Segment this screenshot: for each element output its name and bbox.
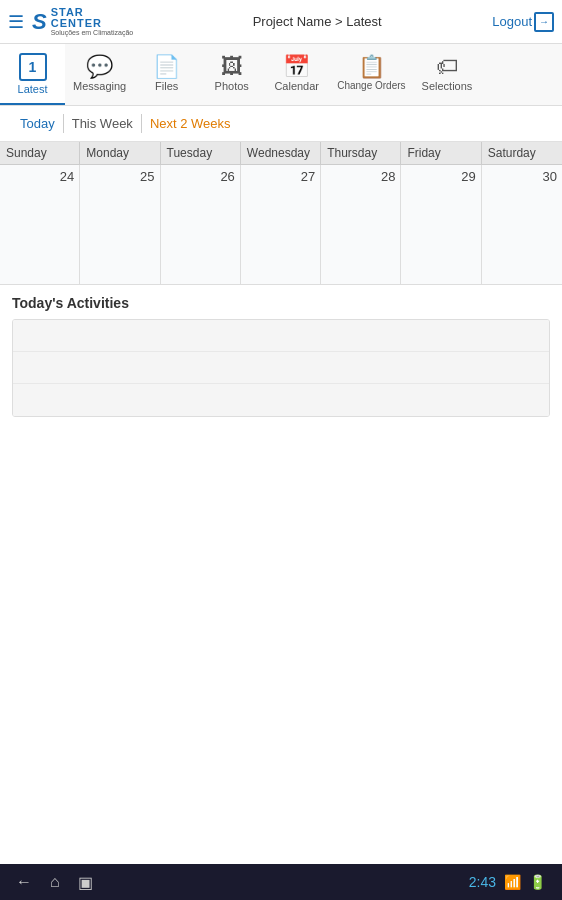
filter-this-week[interactable]: This Week xyxy=(64,114,142,133)
photos-icon: 🖼 xyxy=(221,56,243,78)
status-bar: ← ⌂ ▣ 2:43 📶 🔋 xyxy=(0,864,562,900)
cal-cell-26[interactable]: 26 xyxy=(161,165,241,285)
home-button[interactable]: ⌂ xyxy=(50,873,60,891)
tab-selections[interactable]: 🏷 Selections xyxy=(414,44,481,105)
status-bar-right: 2:43 📶 🔋 xyxy=(469,874,546,890)
day-30: 30 xyxy=(487,169,557,184)
status-bar-left: ← ⌂ ▣ xyxy=(16,873,93,892)
calendar-icon: 📅 xyxy=(283,56,310,78)
messaging-icon: 💬 xyxy=(86,56,113,78)
files-icon: 📄 xyxy=(153,56,180,78)
tab-change-orders[interactable]: 📋 Change Orders xyxy=(329,44,413,105)
filter-next-2-weeks[interactable]: Next 2 Weeks xyxy=(142,114,239,133)
header-saturday: Saturday xyxy=(482,142,562,164)
calendar-section: Sunday Monday Tuesday Wednesday Thursday… xyxy=(0,142,562,285)
header-wednesday: Wednesday xyxy=(241,142,321,164)
tab-latest[interactable]: 1 Latest xyxy=(0,44,65,105)
activity-row-3 xyxy=(13,384,549,416)
day-28: 28 xyxy=(326,169,395,184)
nav-tabs: 1 Latest 💬 Messaging 📄 Files 🖼 Photos 📅 … xyxy=(0,44,562,106)
hamburger-icon[interactable]: ☰ xyxy=(8,11,24,33)
activity-row-1 xyxy=(13,320,549,352)
header-thursday: Thursday xyxy=(321,142,401,164)
tab-calendar-label: Calendar xyxy=(274,80,319,92)
logo-center-text: CENTER xyxy=(51,18,133,29)
day-25: 25 xyxy=(85,169,154,184)
back-button[interactable]: ← xyxy=(16,873,32,891)
tab-photos[interactable]: 🖼 Photos xyxy=(199,44,264,105)
cal-cell-25[interactable]: 25 xyxy=(80,165,160,285)
battery-icon: 🔋 xyxy=(529,874,546,890)
tab-calendar[interactable]: 📅 Calendar xyxy=(264,44,329,105)
day-26: 26 xyxy=(166,169,235,184)
clock: 2:43 xyxy=(469,874,496,890)
tab-latest-label: Latest xyxy=(18,83,48,95)
recents-button[interactable]: ▣ xyxy=(78,873,93,892)
calendar-filter: Today This Week Next 2 Weeks xyxy=(0,106,562,142)
day-24: 24 xyxy=(5,169,74,184)
change-orders-icon: 📋 xyxy=(358,56,385,78)
wifi-icon: 📶 xyxy=(504,874,521,890)
header-sunday: Sunday xyxy=(0,142,80,164)
tab-messaging[interactable]: 💬 Messaging xyxy=(65,44,134,105)
activities-title: Today's Activities xyxy=(12,295,550,311)
top-bar: ☰ S STAR CENTER Soluções em Climatização… xyxy=(0,0,562,44)
tab-files[interactable]: 📄 Files xyxy=(134,44,199,105)
activities-section: Today's Activities xyxy=(0,285,562,427)
latest-icon: 1 xyxy=(19,53,47,81)
tab-messaging-label: Messaging xyxy=(73,80,126,92)
logo-s-letter: S xyxy=(32,11,47,33)
tab-selections-label: Selections xyxy=(422,80,473,92)
header-monday: Monday xyxy=(80,142,160,164)
selections-icon: 🏷 xyxy=(436,56,458,78)
day-27: 27 xyxy=(246,169,315,184)
cal-cell-24[interactable]: 24 xyxy=(0,165,80,285)
cal-cell-28[interactable]: 28 xyxy=(321,165,401,285)
cal-cell-29[interactable]: 29 xyxy=(401,165,481,285)
cal-cell-30[interactable]: 30 xyxy=(482,165,562,285)
tab-change-orders-label: Change Orders xyxy=(337,80,405,91)
logo-sub-text: Soluções em Climatização xyxy=(51,29,133,36)
header-friday: Friday xyxy=(401,142,481,164)
logo: S STAR CENTER Soluções em Climatização xyxy=(32,7,142,36)
activities-list xyxy=(12,319,550,417)
cal-cell-27[interactable]: 27 xyxy=(241,165,321,285)
logout-label: Logout xyxy=(492,14,532,29)
day-29: 29 xyxy=(406,169,475,184)
breadcrumb: Project Name > Latest xyxy=(142,14,492,29)
calendar-header: Sunday Monday Tuesday Wednesday Thursday… xyxy=(0,142,562,165)
calendar-body: 24 25 26 27 28 29 30 xyxy=(0,165,562,285)
logout-icon: → xyxy=(534,12,554,32)
logout-button[interactable]: Logout → xyxy=(492,12,554,32)
header-tuesday: Tuesday xyxy=(161,142,241,164)
activity-row-2 xyxy=(13,352,549,384)
filter-today[interactable]: Today xyxy=(12,114,64,133)
tab-files-label: Files xyxy=(155,80,178,92)
tab-photos-label: Photos xyxy=(215,80,249,92)
